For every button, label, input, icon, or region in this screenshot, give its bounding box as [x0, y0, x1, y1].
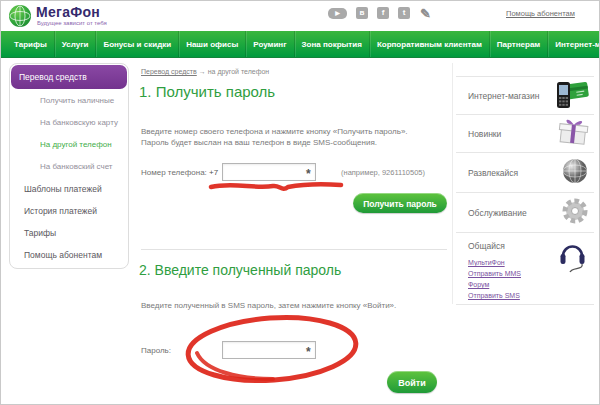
phone-label: Номер телефона: [141, 168, 207, 177]
brand-name[interactable]: МегаФон [36, 4, 100, 20]
sidebar-item-help[interactable]: Помощь абонентам [10, 244, 128, 266]
main-navigation: Тарифы Услуги Бонусы и скидки Наши офисы… [1, 31, 600, 58]
section1-description-line2: Пароль будет выслан на ваш телефон в вид… [141, 138, 377, 147]
sidebar-item-payment-templates[interactable]: Шаблоны платежей [10, 178, 128, 200]
sidebar-item-tariffs[interactable]: Тарифы [10, 222, 128, 244]
breadcrumb-link-transfer[interactable]: Перевод средств [141, 68, 197, 75]
password-required-asterisk: * [306, 345, 311, 359]
gift-icon [556, 116, 590, 152]
link-multifon[interactable]: МультиФон [468, 257, 521, 268]
pencil-icon[interactable]: ✎ [419, 7, 432, 19]
phone-number-input[interactable] [222, 163, 316, 181]
breadcrumb-arrow: → [199, 68, 206, 75]
disco-ball-icon [560, 156, 590, 190]
sidebar-item-to-bank-card[interactable]: На банковскую карту [10, 112, 128, 134]
link-forum[interactable]: Форум [468, 279, 521, 290]
red-underline-annotation [211, 184, 341, 188]
section1-title: 1. Получить пароль [139, 83, 275, 100]
promo-label: Интернет-магазин [468, 91, 539, 101]
social-icons-bar: ▶ в f t ✎ [328, 7, 432, 19]
promo-item-online-shop[interactable]: Интернет-магазин [456, 77, 594, 115]
youtube-icon[interactable]: ▶ [328, 8, 347, 19]
tab-bonuses[interactable]: Бонусы и скидки [96, 31, 179, 57]
promo-label: Общайся [468, 241, 505, 251]
section2-description: Введите полученный в SMS пароль, затем н… [141, 301, 396, 310]
sidebar-item-to-bank-account[interactable]: На банковский счет [10, 156, 128, 178]
password-label: Пароль: [141, 346, 171, 355]
sidebar-item-get-cash[interactable]: Получить наличные [10, 90, 128, 112]
sidebar-item-to-other-phone[interactable]: На другой телефон [10, 134, 128, 156]
sidebar-item-money-transfer[interactable]: Перевод средств [11, 65, 127, 89]
promo-label: Развлекайся [468, 168, 518, 178]
content-right-divider [452, 63, 453, 304]
facebook-icon[interactable]: f [377, 7, 389, 19]
transfer-sidebar: Перевод средств Получить наличные На бан… [9, 63, 129, 269]
promo-item-entertainment[interactable]: Развлекайся [456, 153, 594, 193]
tab-services[interactable]: Услуги [55, 31, 97, 57]
section-divider [141, 249, 447, 250]
globe-graphic [9, 5, 31, 27]
tab-offices[interactable]: Наши офисы [179, 31, 246, 57]
promo-item-communicate: Общайся МультиФон Отправить MMS Форум От… [456, 233, 594, 305]
link-send-mms[interactable]: Отправить MMS [468, 268, 521, 279]
megafon-logo-icon[interactable] [9, 5, 31, 27]
megafon-page: МегаФон Будущее зависит от тебя ▶ в f t … [0, 0, 600, 405]
tab-online-shop[interactable]: Интернет-магазин [548, 31, 600, 57]
phone-prefix: +7 [209, 168, 218, 177]
breadcrumb-current: на другой телефон [208, 68, 270, 75]
help-subscribers-link[interactable]: Помощь абонентам [506, 9, 575, 18]
promo-label: Новинки [468, 129, 501, 139]
section2-title: 2. Введите полученный пароль [139, 262, 341, 278]
get-password-button[interactable]: Получить пароль [353, 193, 447, 213]
tab-coverage[interactable]: Зона покрытия [295, 31, 370, 57]
password-input[interactable] [222, 341, 316, 359]
tab-corporate[interactable]: Корпоративным клиентам [370, 31, 490, 57]
login-button[interactable]: Войти [387, 371, 437, 393]
promo-item-novelties[interactable]: Новинки [456, 115, 594, 153]
promo-item-service[interactable]: Обслуживание [456, 193, 594, 233]
link-send-sms[interactable]: Отправить SMS [468, 290, 521, 301]
gear-icon [560, 196, 590, 230]
phone-required-asterisk: * [306, 167, 311, 181]
vk-icon[interactable]: в [356, 7, 368, 19]
communicate-links: МультиФон Отправить MMS Форум Отправить … [468, 257, 521, 301]
sidebar-item-payment-history[interactable]: История платежей [10, 200, 128, 222]
phone-card-icon [554, 78, 590, 114]
promo-label: Обслуживание [468, 208, 527, 218]
section1-description-line1: Введите номер своего телефона и нажмите … [141, 127, 408, 136]
breadcrumb: Перевод средств → на другой телефон [141, 68, 269, 75]
brand-tagline: Будущее зависит от тебя [37, 20, 107, 26]
promo-panel: Интернет-магазин [456, 76, 594, 305]
phone-example-hint: (например, 9261110505) [341, 168, 425, 177]
twitter-icon[interactable]: t [398, 7, 410, 19]
tab-partners[interactable]: Партнерам [490, 31, 548, 57]
tab-tariffs[interactable]: Тарифы [7, 31, 55, 57]
headset-icon [556, 239, 588, 279]
tab-roaming[interactable]: Роуминг [246, 31, 294, 57]
